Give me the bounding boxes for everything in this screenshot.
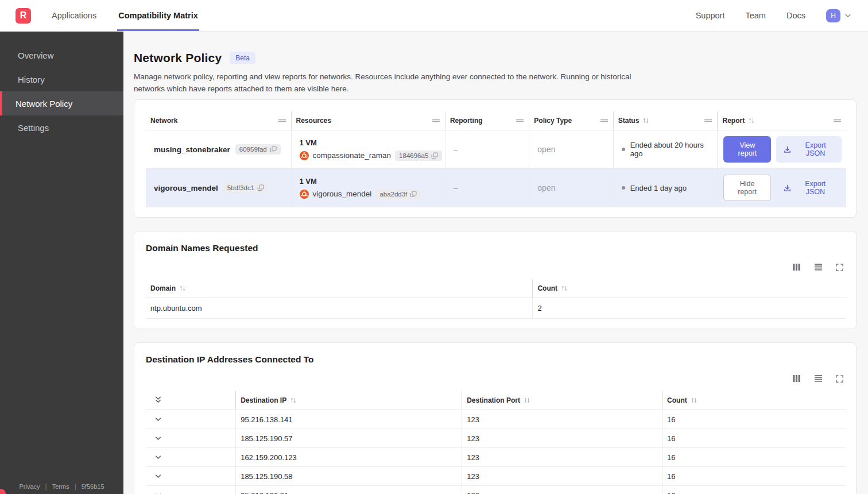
user-menu[interactable]: H	[826, 9, 852, 22]
docs-link[interactable]: Docs	[786, 11, 805, 20]
row-expand-toggle[interactable]	[146, 410, 235, 429]
drag-handle-icon[interactable]	[278, 118, 286, 123]
sort-icon[interactable]	[748, 117, 755, 124]
destination-ip-cell: 95.216.138.141	[235, 410, 462, 429]
hide-report-button[interactable]: Hide report	[723, 175, 770, 201]
copy-icon[interactable]	[257, 184, 264, 191]
destination-row[interactable]: 185.125.190.57 123 16	[146, 429, 846, 448]
column-label: Status	[618, 117, 640, 125]
app-logo[interactable]: R	[16, 8, 31, 24]
columns-icon[interactable]	[792, 374, 801, 383]
network-table-card: Network Resources Reporting Policy Type	[134, 99, 857, 218]
expand-icon[interactable]	[835, 263, 844, 272]
column-header-count[interactable]: Count	[662, 391, 846, 410]
reporting-cell: –	[445, 130, 529, 168]
team-link[interactable]: Team	[745, 11, 765, 20]
expand-all-header[interactable]	[146, 391, 235, 410]
destination-row[interactable]: 185.125.190.58 123 16	[146, 467, 846, 486]
expand-icon[interactable]	[835, 375, 844, 383]
avatar[interactable]: H	[826, 9, 840, 22]
download-icon	[783, 184, 792, 192]
sort-icon[interactable]	[642, 117, 649, 124]
column-label: Network	[150, 117, 177, 125]
footer-divider: |	[75, 483, 76, 491]
vm-count: 1 VM	[300, 177, 317, 186]
column-header-destination-ip[interactable]: Destination IP	[235, 391, 462, 410]
destination-port-cell: 123	[462, 448, 662, 466]
column-label: Policy Type	[534, 117, 572, 125]
row-expand-toggle[interactable]	[146, 467, 235, 485]
sort-icon[interactable]	[290, 397, 297, 404]
sort-icon[interactable]	[691, 397, 698, 404]
count-cell: 16	[662, 429, 846, 447]
status-cell: Ended 1 day ago	[613, 169, 718, 207]
column-header-status[interactable]: Status	[613, 111, 718, 130]
resource-id: aba2dd3f	[379, 191, 407, 198]
network-cell: vigorous_mendel 5bdf3dc1	[146, 169, 291, 207]
columns-icon[interactable]	[792, 263, 801, 272]
destination-row[interactable]: 162.159.200.123 123 16	[146, 448, 846, 467]
copy-icon[interactable]	[270, 146, 277, 153]
drag-handle-icon[interactable]	[432, 118, 440, 123]
sidebar-item-history[interactable]: History	[0, 67, 123, 91]
row-expand-toggle[interactable]	[146, 429, 235, 447]
column-header-resources[interactable]: Resources	[291, 111, 445, 130]
sidebar-item-overview[interactable]: Overview	[0, 43, 123, 67]
terms-link[interactable]: Terms	[52, 483, 69, 490]
export-json-button[interactable]: Export JSON	[776, 175, 842, 201]
sidebar-item-settings[interactable]: Settings	[0, 115, 123, 140]
column-label: Count	[667, 396, 687, 404]
resource-name: vigorous_mendel	[313, 190, 372, 198]
network-id: 5bdf3dc1	[227, 184, 254, 191]
double-chevron-down-icon[interactable]	[154, 396, 162, 404]
network-id-pill[interactable]: 60959fad	[235, 144, 281, 155]
table-toolbar	[146, 263, 844, 272]
support-link[interactable]: Support	[696, 11, 725, 20]
column-header-count[interactable]: Count	[532, 279, 846, 298]
tab-compatibility-matrix[interactable]: Compatibility Matrix	[117, 0, 199, 31]
column-header-network[interactable]: Network	[146, 111, 291, 130]
count-cell: 16	[662, 448, 846, 466]
rows-icon[interactable]	[813, 374, 823, 383]
export-json-button[interactable]: Export JSON	[776, 136, 842, 163]
drag-handle-icon[interactable]	[516, 118, 524, 123]
column-header-policy-type[interactable]: Policy Type	[529, 111, 613, 130]
row-expand-toggle[interactable]	[146, 448, 235, 466]
sidebar-item-network-policy[interactable]: Network Policy	[0, 91, 123, 115]
domain-row[interactable]: ntp.ubuntu.com 2	[146, 298, 846, 319]
copy-icon[interactable]	[431, 152, 438, 159]
resource-id: 184696a5	[399, 152, 428, 159]
column-header-domain[interactable]: Domain	[146, 279, 532, 298]
count-cell: 2	[532, 298, 846, 318]
card-title: Domain Names Requested	[146, 243, 846, 253]
network-table-header: Network Resources Reporting Policy Type	[146, 111, 846, 130]
view-report-button[interactable]: View report	[723, 136, 771, 163]
report-cell: Hide report Export JSON	[717, 169, 846, 207]
column-header-reporting[interactable]: Reporting	[445, 111, 529, 130]
network-row[interactable]: musing_stonebraker 60959fad 1 VM compass…	[146, 130, 846, 169]
resource-id-pill[interactable]: aba2dd3f	[375, 189, 421, 199]
sort-icon[interactable]	[524, 397, 530, 404]
destination-ip-cell: 185.125.190.57	[235, 429, 462, 447]
drag-handle-icon[interactable]	[704, 118, 712, 123]
column-header-report[interactable]: Report	[717, 111, 846, 130]
page-title: Network Policy	[134, 51, 222, 65]
rows-icon[interactable]	[813, 263, 823, 272]
column-label: Destination Port	[467, 396, 520, 404]
main-content: Network Policy Beta Manage network polic…	[123, 32, 868, 494]
network-row[interactable]: vigorous_mendel 5bdf3dc1 1 VM vigorous_m…	[146, 169, 846, 207]
sort-icon[interactable]	[561, 285, 568, 292]
privacy-link[interactable]: Privacy	[19, 483, 40, 490]
network-id-pill[interactable]: 5bdf3dc1	[223, 183, 268, 193]
tab-applications[interactable]: Applications	[51, 0, 98, 31]
row-expand-toggle[interactable]	[146, 486, 235, 494]
drag-handle-icon[interactable]	[833, 118, 842, 123]
copy-icon[interactable]	[410, 191, 417, 198]
destination-port-cell: 123	[462, 429, 662, 447]
drag-handle-icon[interactable]	[600, 118, 609, 123]
destination-row[interactable]: 95.216.138.141 123 16	[146, 410, 846, 429]
resource-id-pill[interactable]: 184696a5	[395, 150, 442, 161]
column-header-destination-port[interactable]: Destination Port	[462, 391, 662, 410]
destination-row[interactable]: 95.216.100.21 123 16	[146, 486, 846, 494]
sort-icon[interactable]	[179, 285, 186, 292]
